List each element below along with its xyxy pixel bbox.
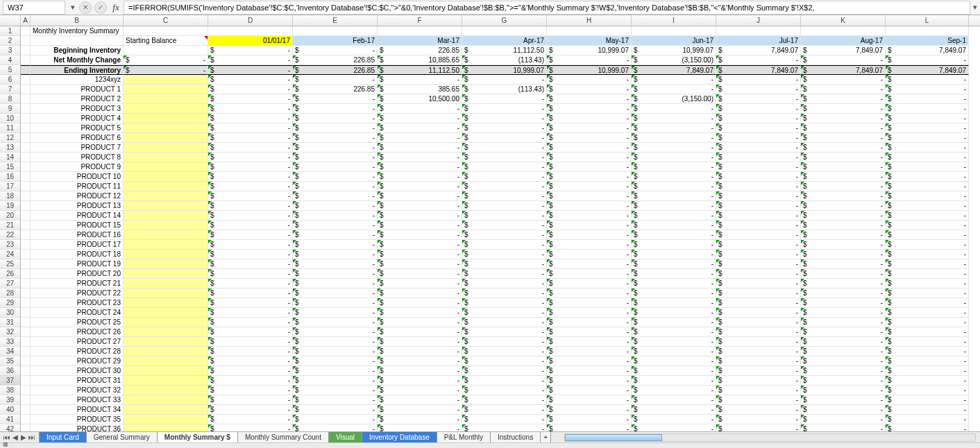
cell-J7[interactable]: $- bbox=[716, 85, 801, 94]
cell-D25[interactable]: $- bbox=[208, 259, 293, 269]
cell-J28[interactable]: $- bbox=[716, 288, 801, 298]
cell-E4[interactable]: $226.85 bbox=[293, 55, 378, 65]
row-header-6[interactable]: 6 bbox=[0, 75, 21, 85]
cell-C28[interactable] bbox=[124, 288, 208, 298]
cell-A28[interactable] bbox=[21, 288, 31, 298]
nav-prev-icon[interactable]: ◀ bbox=[11, 433, 19, 441]
cell-K38[interactable]: $- bbox=[801, 386, 886, 395]
cell-I28[interactable]: $- bbox=[632, 288, 716, 298]
cell-L26[interactable]: $- bbox=[886, 269, 969, 279]
cell-I35[interactable]: $- bbox=[632, 356, 716, 366]
cell-C23[interactable] bbox=[124, 240, 208, 250]
cell-E15[interactable]: $- bbox=[293, 162, 378, 172]
cell-I19[interactable]: $- bbox=[632, 201, 716, 211]
cell-H1[interactable] bbox=[547, 26, 632, 36]
row-header-39[interactable]: 39 bbox=[0, 395, 21, 405]
cell-L39[interactable]: $- bbox=[886, 395, 969, 405]
cell-B12[interactable]: PRODUCT 6 bbox=[31, 133, 124, 143]
cell-F16[interactable]: $- bbox=[378, 172, 462, 182]
cell-A11[interactable] bbox=[21, 123, 31, 133]
cell-C33[interactable] bbox=[124, 337, 208, 347]
column-header-G[interactable]: G bbox=[462, 15, 547, 26]
cell-I37[interactable]: $- bbox=[632, 376, 716, 386]
cell-H26[interactable]: $- bbox=[547, 269, 632, 279]
cell-J10[interactable]: $- bbox=[716, 114, 801, 123]
cell-H6[interactable]: $- bbox=[547, 75, 632, 85]
column-header-L[interactable]: L bbox=[886, 15, 969, 26]
row-header-14[interactable]: 14 bbox=[0, 153, 21, 162]
cell-D34[interactable]: $- bbox=[208, 347, 293, 356]
cell-L25[interactable]: $- bbox=[886, 259, 969, 269]
cell-F31[interactable]: $- bbox=[378, 318, 462, 327]
cell-I11[interactable]: $- bbox=[632, 123, 716, 133]
cell-D27[interactable]: $- bbox=[208, 279, 293, 288]
column-header-A[interactable]: A bbox=[21, 15, 31, 26]
cell-L35[interactable]: $- bbox=[886, 356, 969, 366]
cell-E18[interactable]: $- bbox=[293, 191, 378, 201]
cell-G30[interactable]: $- bbox=[462, 308, 547, 318]
row-header-15[interactable]: 15 bbox=[0, 162, 21, 172]
cell-I13[interactable]: $- bbox=[632, 143, 716, 153]
column-header-F[interactable]: F bbox=[378, 15, 462, 26]
cell-D20[interactable]: $- bbox=[208, 211, 293, 221]
cell-L30[interactable]: $- bbox=[886, 308, 969, 318]
cell-L20[interactable]: $- bbox=[886, 211, 969, 221]
cell-G22[interactable]: $- bbox=[462, 230, 547, 240]
row-header-10[interactable]: 10 bbox=[0, 114, 21, 123]
cell-G2[interactable]: Apr-17 bbox=[462, 36, 547, 46]
sheet-tab-general-summary[interactable]: General Summary bbox=[86, 432, 158, 443]
column-header-K[interactable]: K bbox=[801, 15, 886, 26]
cell-J25[interactable]: $- bbox=[716, 259, 801, 269]
cell-G41[interactable]: $- bbox=[462, 415, 547, 424]
cell-B30[interactable]: PRODUCT 24 bbox=[31, 308, 124, 318]
cell-E16[interactable]: $- bbox=[293, 172, 378, 182]
cell-F20[interactable]: $- bbox=[378, 211, 462, 221]
cell-F33[interactable]: $- bbox=[378, 337, 462, 347]
cell-A26[interactable] bbox=[21, 269, 31, 279]
cell-J6[interactable]: $- bbox=[716, 75, 801, 85]
cell-A1[interactable] bbox=[21, 26, 31, 36]
cell-C8[interactable] bbox=[124, 94, 208, 104]
cell-B40[interactable]: PRODUCT 34 bbox=[31, 405, 124, 415]
cell-K23[interactable]: $- bbox=[801, 240, 886, 250]
cell-L13[interactable]: $- bbox=[886, 143, 969, 153]
cell-C17[interactable] bbox=[124, 182, 208, 191]
cell-E25[interactable]: $- bbox=[293, 259, 378, 269]
cell-J2[interactable]: Jul-17 bbox=[716, 36, 801, 46]
cell-L28[interactable]: $- bbox=[886, 288, 969, 298]
cell-J40[interactable]: $- bbox=[716, 405, 801, 415]
cell-K15[interactable]: $- bbox=[801, 162, 886, 172]
cell-D8[interactable]: $- bbox=[208, 94, 293, 104]
cell-K2[interactable]: Aug-17 bbox=[801, 36, 886, 46]
cell-D42[interactable]: $- bbox=[208, 424, 293, 431]
cell-G33[interactable]: $- bbox=[462, 337, 547, 347]
cell-A27[interactable] bbox=[21, 279, 31, 288]
sheet-tab-p-l-monthly[interactable]: P&L Monthly bbox=[437, 432, 491, 443]
cell-D1[interactable] bbox=[208, 26, 293, 36]
cell-I6[interactable]: $- bbox=[632, 75, 716, 85]
cell-C6[interactable] bbox=[124, 75, 208, 85]
cell-C34[interactable] bbox=[124, 347, 208, 356]
column-header-D[interactable]: D bbox=[208, 15, 293, 26]
cell-I20[interactable]: $- bbox=[632, 211, 716, 221]
cell-B32[interactable]: PRODUCT 26 bbox=[31, 327, 124, 337]
cell-B19[interactable]: PRODUCT 13 bbox=[31, 201, 124, 211]
cell-K36[interactable]: $- bbox=[801, 366, 886, 376]
cell-H31[interactable]: $- bbox=[547, 318, 632, 327]
cell-C41[interactable] bbox=[124, 415, 208, 424]
cell-E5[interactable]: $226.85 bbox=[293, 65, 378, 75]
cell-B28[interactable]: PRODUCT 22 bbox=[31, 288, 124, 298]
cell-C31[interactable] bbox=[124, 318, 208, 327]
cell-A13[interactable] bbox=[21, 143, 31, 153]
cell-F18[interactable]: $- bbox=[378, 191, 462, 201]
cell-H10[interactable]: $- bbox=[547, 114, 632, 123]
cell-G9[interactable]: $- bbox=[462, 104, 547, 114]
cell-C1[interactable] bbox=[124, 26, 208, 36]
cell-B34[interactable]: PRODUCT 28 bbox=[31, 347, 124, 356]
cell-B31[interactable]: PRODUCT 25 bbox=[31, 318, 124, 327]
cell-L11[interactable]: $- bbox=[886, 123, 969, 133]
cell-E24[interactable]: $- bbox=[293, 250, 378, 259]
cell-E30[interactable]: $- bbox=[293, 308, 378, 318]
cell-G11[interactable]: $- bbox=[462, 123, 547, 133]
cell-J1[interactable] bbox=[716, 26, 801, 36]
